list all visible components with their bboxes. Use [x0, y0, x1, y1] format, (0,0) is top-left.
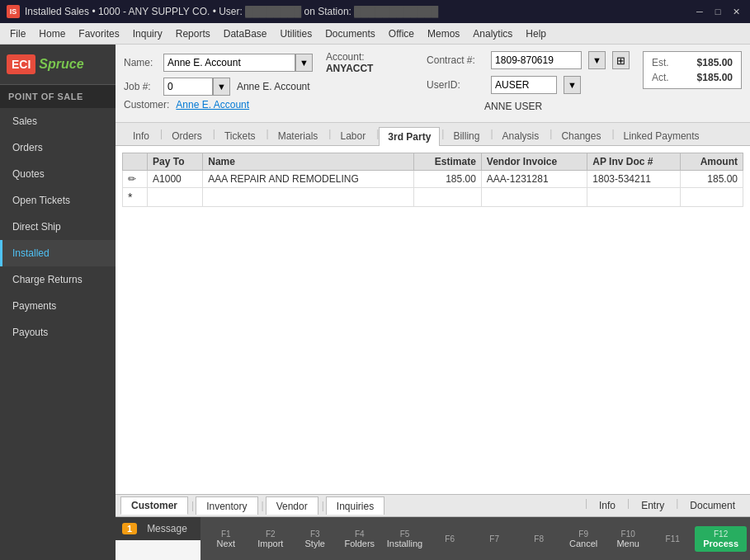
- tab-tickets[interactable]: Tickets: [215, 126, 265, 145]
- menu-item-analytics[interactable]: Analytics: [466, 26, 519, 42]
- fkey-f1[interactable]: F1Next: [204, 526, 248, 552]
- fkey-label-f2: Import: [257, 539, 283, 548]
- menu-item-file[interactable]: File: [3, 26, 32, 42]
- menu-item-database[interactable]: DataBase: [217, 26, 274, 42]
- cell-edit[interactable]: ✏: [123, 171, 148, 188]
- fkey-f4[interactable]: F4Folders: [337, 526, 382, 552]
- menu-item-home[interactable]: Home: [32, 26, 72, 42]
- sidebar-item-payments[interactable]: Payments: [0, 293, 116, 319]
- tab-analysis[interactable]: Analysis: [493, 126, 549, 145]
- menubar: FileHomeFavoritesInquiryReportsDataBaseU…: [0, 23, 750, 45]
- menu-item-memos[interactable]: Memos: [421, 26, 466, 42]
- new-row-marker[interactable]: *: [123, 188, 743, 207]
- sidebar-item-open-tickets[interactable]: Open Tickets: [0, 187, 116, 214]
- name-dropdown[interactable]: ▼: [295, 54, 313, 72]
- maximize-button[interactable]: □: [710, 4, 725, 19]
- fkey-label-f9: Cancel: [569, 539, 597, 548]
- sidebar-item-sales[interactable]: Sales: [0, 108, 116, 134]
- menu-item-favorites[interactable]: Favorites: [72, 26, 125, 42]
- sidebar-item-charge-returns[interactable]: Charge Returns: [0, 266, 116, 293]
- user-fullname: ANNE USER: [484, 101, 542, 112]
- tab-3rd-party[interactable]: 3rd Party: [379, 127, 440, 146]
- fkey-label-f12: Process: [703, 539, 738, 548]
- menu-item-reports[interactable]: Reports: [169, 26, 217, 42]
- job-dropdown[interactable]: ▼: [213, 78, 230, 96]
- new-row-cell: [587, 188, 680, 207]
- fkey-f2[interactable]: F2Import: [248, 526, 293, 552]
- bottom-right-sep: |: [676, 497, 678, 514]
- new-row-cell: [413, 188, 481, 207]
- tab-orders[interactable]: Orders: [163, 126, 211, 145]
- sidebar: ECI Spruce Point of Sale SalesOrdersQuot…: [0, 45, 116, 560]
- contract-grid[interactable]: ⊞: [612, 51, 630, 69]
- section-label: Point of Sale: [0, 85, 116, 108]
- userid-dropdown[interactable]: ▼: [564, 76, 581, 94]
- bottom-tab-sep: |: [262, 500, 264, 511]
- cell-estimate: 185.00: [413, 171, 481, 188]
- menu-item-office[interactable]: Office: [382, 26, 421, 42]
- logo-area: ECI Spruce: [0, 45, 116, 85]
- contract-dropdown[interactable]: ▼: [588, 51, 606, 69]
- tab-materials[interactable]: Materials: [269, 126, 328, 145]
- contract-input[interactable]: [491, 51, 582, 69]
- fkey-label-f1: Next: [216, 539, 235, 548]
- sidebar-item-quotes[interactable]: Quotes: [0, 161, 116, 187]
- tab-billing[interactable]: Billing: [444, 126, 488, 145]
- fkey-f9[interactable]: F9Cancel: [561, 526, 606, 552]
- fkey-num-f9: F9: [578, 529, 588, 539]
- new-row-cell: [203, 188, 413, 207]
- bottom-tab-inventory[interactable]: Inventory: [196, 496, 257, 515]
- new-row-cell: [680, 188, 743, 207]
- tab-changes[interactable]: Changes: [552, 126, 610, 145]
- fkey-num-f11: F11: [666, 534, 680, 544]
- fkey-label-f4: Folders: [344, 539, 375, 548]
- act-label: Act.: [652, 72, 669, 83]
- fkey-f5[interactable]: F5Installing: [382, 526, 427, 552]
- table-row[interactable]: ✏A1000AAA REPAIR AND REMODELING185.00AAA…: [123, 171, 743, 188]
- fkey-f11[interactable]: F11: [650, 531, 695, 547]
- bottom-right-tab-info[interactable]: Info: [589, 497, 625, 514]
- minimize-button[interactable]: ─: [692, 4, 707, 19]
- bottom-tab-customer[interactable]: Customer: [120, 496, 188, 515]
- menu-item-documents[interactable]: Documents: [318, 26, 382, 42]
- bottom-tab-vendor[interactable]: Vendor: [266, 496, 318, 515]
- col-header-2: Name: [203, 153, 413, 171]
- fkey-num-f12: F12: [714, 529, 728, 539]
- bottom-right-tab-document[interactable]: Document: [680, 497, 745, 514]
- fkey-f6[interactable]: F6: [427, 531, 472, 547]
- sidebar-item-payouts[interactable]: Payouts: [0, 319, 116, 346]
- sidebar-item-installed[interactable]: Installed: [0, 240, 116, 266]
- col-header-6: Amount: [680, 153, 743, 171]
- fkey-label-f3: Style: [305, 539, 325, 548]
- col-header-0: [123, 153, 148, 171]
- sidebar-item-orders[interactable]: Orders: [0, 134, 116, 161]
- tab-info[interactable]: Info: [124, 126, 158, 145]
- menu-item-inquiry[interactable]: Inquiry: [126, 26, 169, 42]
- bottom-right-tab-entry[interactable]: Entry: [631, 497, 674, 514]
- job-input[interactable]: [163, 78, 213, 96]
- message-badge[interactable]: 1: [122, 523, 137, 534]
- fkey-num-f6: F6: [445, 534, 455, 544]
- fkey-f8[interactable]: F8: [517, 531, 561, 547]
- fkey-f10[interactable]: F10Menu: [606, 526, 650, 552]
- close-button[interactable]: ✕: [729, 4, 743, 19]
- new-row-icon[interactable]: *: [123, 188, 148, 207]
- header-form: Name: ▼ Account: ANYACCT Job #:: [116, 45, 750, 123]
- name-input[interactable]: [163, 54, 295, 72]
- bottom-tab-sep: |: [322, 500, 324, 511]
- menu-item-help[interactable]: Help: [519, 26, 553, 42]
- new-row-cell: [481, 188, 587, 207]
- tab-labor[interactable]: Labor: [331, 126, 375, 145]
- tab-linked-payments[interactable]: Linked Payments: [615, 126, 709, 145]
- eci-logo: ECI: [7, 54, 35, 74]
- sidebar-item-direct-ship[interactable]: Direct Ship: [0, 214, 116, 240]
- bottom-tab-inquiries[interactable]: Inquiries: [326, 496, 384, 515]
- fkey-f12[interactable]: F12Process: [695, 526, 747, 552]
- cell-amount: 185.00: [680, 171, 743, 188]
- fkey-num-f2: F2: [266, 529, 276, 539]
- menu-item-utilities[interactable]: Utilities: [273, 26, 318, 42]
- fkey-f7[interactable]: F7: [472, 531, 517, 547]
- userid-input[interactable]: [491, 76, 557, 94]
- fkey-f3[interactable]: F3Style: [293, 526, 337, 552]
- cell-vendor_invoice: AAA-1231281: [481, 171, 587, 188]
